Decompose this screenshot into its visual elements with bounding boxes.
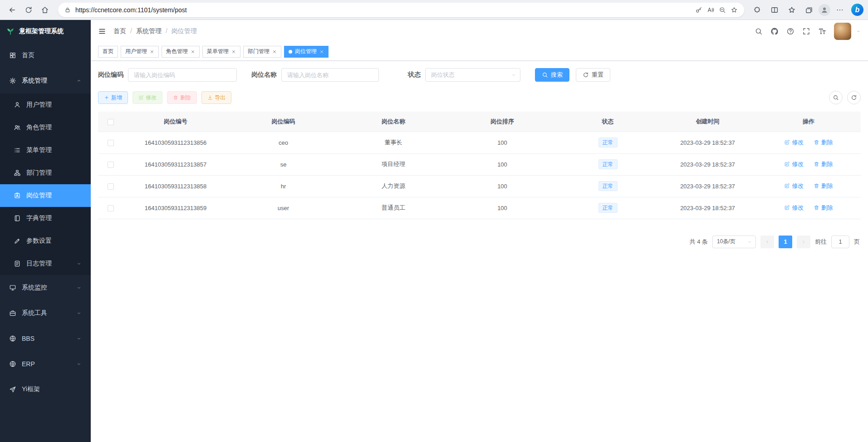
tab-post-mgmt[interactable]: 岗位管理 [284, 46, 329, 58]
goto-page-input[interactable] [831, 236, 849, 248]
collections-button[interactable] [801, 2, 817, 18]
page-size-select[interactable]: 10条/页 [712, 236, 756, 248]
tab-close-icon[interactable] [191, 49, 195, 54]
add-button[interactable]: 新增 [98, 91, 128, 104]
gear-icon [9, 77, 16, 84]
refresh-table-button[interactable] [847, 91, 861, 104]
menu-label: 部门管理 [26, 169, 52, 177]
profile-icon [820, 6, 829, 14]
browser-home-button[interactable] [37, 2, 53, 18]
sidebar-item-system-monitor[interactable]: 系统监控 [0, 275, 91, 300]
browser-refresh-button[interactable] [21, 2, 36, 18]
row-checkbox[interactable] [108, 183, 114, 190]
search-button[interactable]: 搜索 [535, 68, 569, 82]
sidebar-item-home[interactable]: 首页 [0, 43, 91, 68]
font-size-button[interactable] [818, 27, 826, 35]
tab-close-icon[interactable] [150, 49, 154, 54]
tab-role-mgmt[interactable]: 角色管理 [162, 46, 200, 58]
sidebar-item-post-mgmt[interactable]: 岗位管理 [0, 184, 91, 207]
row-delete-button[interactable]: 删除 [814, 138, 833, 147]
tab-user-mgmt[interactable]: 用户管理 [121, 46, 159, 58]
search-icon [542, 72, 548, 78]
next-page-button[interactable] [797, 236, 810, 248]
row-edit-button[interactable]: 修改 [784, 204, 804, 212]
edit-button[interactable]: 修改 [132, 91, 162, 104]
row-delete-button[interactable]: 删除 [814, 182, 833, 190]
row-checkbox[interactable] [108, 162, 114, 168]
menu-label: 日志管理 [26, 260, 52, 268]
sidebar-item-system-mgmt[interactable]: 系统管理 [0, 68, 91, 93]
sidebar-item-erp[interactable]: ERP [0, 351, 91, 377]
export-button[interactable]: 导出 [201, 91, 231, 104]
app-logo[interactable]: 意框架管理系统 [0, 20, 91, 43]
table-row: 1641030593112313856 ceo 董事长 100 正常 2023-… [98, 132, 861, 153]
split-screen-button[interactable] [767, 2, 782, 18]
reset-button[interactable]: 重置 [576, 68, 610, 82]
row-checkbox[interactable] [108, 205, 114, 211]
favorites-button[interactable] [784, 2, 799, 18]
sidebar-item-role-mgmt[interactable]: 角色管理 [0, 116, 91, 139]
row-delete-label: 删除 [821, 204, 833, 212]
site-info-lock-icon[interactable] [64, 7, 71, 13]
sidebar-item-system-tools[interactable]: 系统工具 [0, 300, 91, 326]
row-delete-button[interactable]: 删除 [814, 204, 833, 212]
url-text[interactable]: https://ccnetcore.com:1101/system/post [75, 6, 691, 14]
header-search-button[interactable] [755, 27, 763, 35]
avatar-menu-caret[interactable] [856, 27, 861, 35]
zoom-out-icon[interactable] [719, 6, 726, 14]
row-edit-button[interactable]: 修改 [784, 138, 804, 147]
browser-menu-button[interactable] [832, 2, 848, 18]
read-aloud-icon[interactable] [707, 6, 714, 14]
status-select[interactable]: 岗位状态 [425, 68, 520, 82]
row-checkbox[interactable] [108, 140, 114, 146]
menu-label: ERP [22, 360, 35, 368]
address-bar[interactable]: https://ccnetcore.com:1101/system/post [58, 3, 744, 17]
breadcrumb-home[interactable]: 首页 [113, 27, 126, 35]
chevron-left-icon [765, 239, 770, 245]
help-button[interactable] [786, 27, 794, 35]
password-key-icon[interactable] [695, 6, 702, 14]
tab-close-icon[interactable] [319, 49, 324, 54]
row-edit-button[interactable]: 修改 [784, 160, 804, 168]
post-code-input[interactable] [128, 68, 237, 82]
prev-page-button[interactable] [760, 236, 774, 248]
delete-button[interactable]: 删除 [167, 91, 197, 104]
extensions-button[interactable] [750, 2, 765, 18]
user-avatar[interactable] [834, 23, 851, 40]
add-favorite-star-icon[interactable] [731, 6, 738, 14]
trash-icon [814, 139, 819, 145]
sidebar-item-dept-mgmt[interactable]: 部门管理 [0, 162, 91, 184]
toolbar-right [829, 91, 861, 104]
sidebar-item-user-mgmt[interactable]: 用户管理 [0, 93, 91, 116]
sidebar-item-log-mgmt[interactable]: 日志管理 [0, 252, 91, 275]
toggle-search-button[interactable] [829, 91, 843, 104]
browser-back-button[interactable] [5, 2, 20, 18]
browser-profile-button[interactable] [819, 4, 830, 16]
bing-chat-button[interactable]: b [851, 4, 863, 16]
fullscreen-button[interactable] [802, 27, 810, 35]
row-delete-button[interactable]: 删除 [814, 160, 833, 168]
chevron-down-icon [747, 239, 752, 245]
post-name-input[interactable] [281, 68, 379, 82]
post-badge-icon [14, 192, 21, 199]
sidebar-item-yi-framework[interactable]: Yi框架 [0, 377, 91, 402]
tab-dept-mgmt[interactable]: 部门管理 [243, 46, 281, 58]
breadcrumb-system-mgmt[interactable]: 系统管理 [126, 27, 162, 35]
github-link[interactable] [770, 27, 779, 35]
tab-menu-mgmt[interactable]: 菜单管理 [202, 46, 240, 58]
cell-post-code: hr [228, 175, 339, 197]
sidebar-toggle-button[interactable] [98, 27, 106, 35]
sidebar-item-menu-mgmt[interactable]: 菜单管理 [0, 139, 91, 162]
row-delete-label: 删除 [821, 138, 833, 147]
tab-home[interactable]: 首页 [98, 46, 118, 58]
page-number-1[interactable]: 1 [779, 236, 792, 248]
select-all-checkbox[interactable] [108, 119, 114, 125]
tab-close-icon[interactable] [231, 49, 236, 54]
row-edit-button[interactable]: 修改 [784, 182, 804, 190]
cell-post-id: 1641030593112313858 [123, 175, 228, 197]
sidebar-item-bbs[interactable]: BBS [0, 326, 91, 351]
tab-close-icon[interactable] [272, 49, 277, 54]
sidebar-item-param-settings[interactable]: 参数设置 [0, 230, 91, 252]
sidebar-item-dict-mgmt[interactable]: 字典管理 [0, 207, 91, 230]
cell-post-code: se [228, 153, 339, 175]
